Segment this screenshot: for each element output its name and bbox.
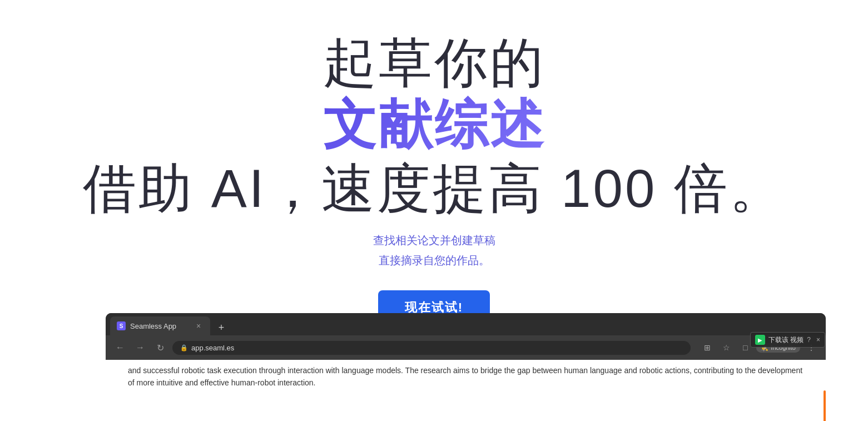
download-overlay: ▶ 下载该 视频 ? ×	[750, 332, 825, 348]
download-overlay-text: 下载该 视频	[768, 335, 803, 345]
tab-close-button[interactable]: ×	[194, 321, 204, 331]
hero-title-line1: 起草你的	[323, 33, 545, 92]
download-close-button[interactable]: ×	[816, 336, 820, 344]
download-play-icon: ▶	[755, 335, 765, 345]
subtitle-highlight: 作品。	[457, 254, 490, 266]
nav-forward-button[interactable]: →	[132, 340, 148, 355]
hero-title-highlight: 文献综述	[323, 92, 545, 156]
address-bar-input[interactable]: 🔒 app.seaml.es	[172, 341, 691, 355]
nav-back-button[interactable]: ←	[112, 340, 128, 355]
scrollbar[interactable]	[824, 360, 826, 421]
address-url: app.seaml.es	[191, 344, 234, 352]
lock-icon: 🔒	[180, 344, 188, 351]
hero-subtitle-line1: 查找相关论文并创建草稿	[373, 230, 495, 250]
grid-view-button[interactable]: ⊞	[700, 340, 715, 355]
browser-address-bar: ← → ↻ 🔒 app.seaml.es ⊞ ☆ □ 🕵 Incognito ⋮	[106, 335, 826, 360]
hero-section: 起草你的 文献综述 借助 AI，速度提高 100 倍。 查找相关论文并创建草稿 …	[0, 0, 868, 336]
nav-refresh-button[interactable]: ↻	[152, 340, 168, 355]
download-question-button[interactable]: ?	[807, 336, 811, 344]
star-button[interactable]: ☆	[718, 340, 734, 355]
browser-window: S Seamless App × + ← → ↻ 🔒 app.seaml.es …	[106, 313, 826, 421]
browser-tab[interactable]: S Seamless App ×	[110, 316, 210, 335]
subtitle-before: 直接摘录自您的	[379, 254, 457, 266]
tab-title: Seamless App	[130, 322, 189, 330]
hero-title-line2: 借助 AI，速度提高 100 倍。	[83, 156, 785, 220]
hero-subtitle-line2: 直接摘录自您的作品。	[373, 250, 495, 270]
browser-content: and successful robotic task execution th…	[106, 360, 826, 421]
browser-content-text: and successful robotic task execution th…	[128, 360, 803, 389]
browser-tab-bar: S Seamless App × +	[106, 313, 826, 335]
hero-subtitle: 查找相关论文并创建草稿 直接摘录自您的作品。	[373, 230, 495, 270]
tab-favicon: S	[117, 321, 126, 330]
scrollbar-thumb	[824, 390, 826, 421]
tab-add-button[interactable]: +	[214, 320, 229, 335]
